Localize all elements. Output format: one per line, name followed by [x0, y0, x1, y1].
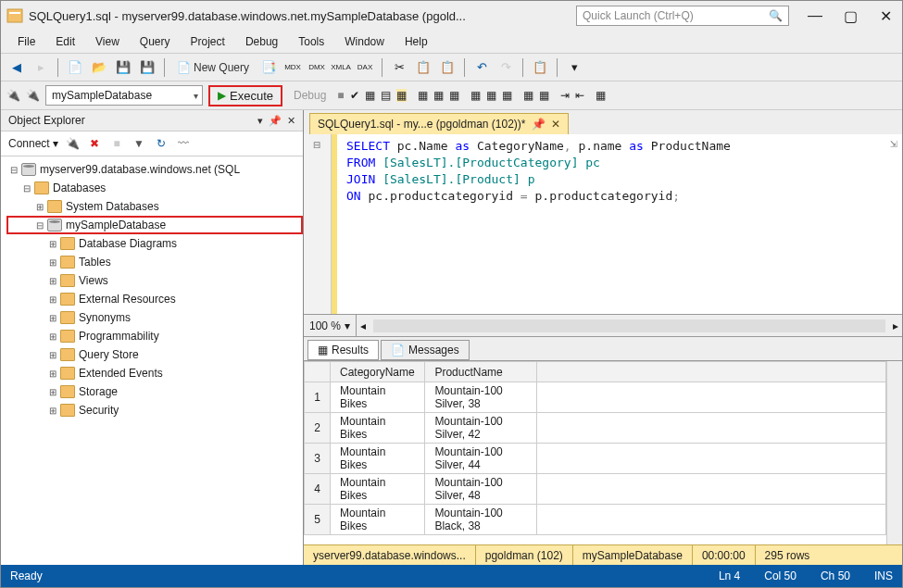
- menu-window[interactable]: Window: [335, 33, 394, 50]
- redo-button[interactable]: ↷: [495, 57, 516, 78]
- results-grid-button[interactable]: ▦: [470, 89, 481, 102]
- disconnect-icon[interactable]: ✖: [86, 135, 103, 152]
- databases-node[interactable]: ⊟Databases: [8, 179, 303, 197]
- save-button[interactable]: 💾: [113, 57, 133, 78]
- undo-button[interactable]: ↶: [471, 57, 492, 78]
- menu-project[interactable]: Project: [182, 33, 234, 50]
- xmla-query-button[interactable]: XMLA: [331, 57, 351, 78]
- menu-help[interactable]: Help: [395, 33, 437, 50]
- server-node[interactable]: ⊟myserver99.database.windows.net (SQL: [8, 160, 303, 179]
- col-productname[interactable]: ProductName: [425, 362, 537, 382]
- storage-node[interactable]: ⊞Storage: [8, 382, 303, 401]
- zoom-selector[interactable]: 100 %▾: [304, 315, 357, 336]
- parse-button[interactable]: ✔: [350, 89, 359, 102]
- filter-icon[interactable]: ▼: [131, 135, 147, 152]
- external-resources-node[interactable]: ⊞External Resources: [8, 290, 303, 308]
- security-node[interactable]: ⊞Security: [8, 401, 303, 419]
- open-button[interactable]: 📂: [89, 57, 109, 78]
- dmx-query-button[interactable]: DMX: [307, 57, 327, 78]
- sql-editor[interactable]: ⊟ SELECT pc.Name as CategoryName, p.name…: [304, 134, 902, 315]
- change-connection-button[interactable]: 🔌: [6, 89, 20, 102]
- paste-button[interactable]: 📋: [437, 57, 458, 78]
- query-store-node[interactable]: ⊞Query Store: [8, 345, 303, 364]
- panel-pin-icon[interactable]: 📌: [269, 115, 282, 127]
- stop-button[interactable]: ■: [337, 89, 344, 102]
- indent-button[interactable]: ⇥: [560, 89, 570, 102]
- solution-dropdown[interactable]: ▾: [564, 57, 584, 78]
- programmability-node[interactable]: ⊞Programmability: [8, 327, 303, 345]
- horizontal-scrollbar[interactable]: [373, 319, 885, 332]
- results-vertical-scrollbar[interactable]: [886, 361, 902, 544]
- maximize-button[interactable]: ▢: [839, 5, 861, 27]
- properties-button[interactable]: 📋: [530, 57, 550, 78]
- system-databases-node[interactable]: ⊞System Databases: [8, 197, 303, 216]
- menu-edit[interactable]: Edit: [46, 33, 84, 50]
- grid-icon: ▦: [318, 344, 328, 357]
- save-all-button[interactable]: 💾: [137, 57, 157, 78]
- outdent-button[interactable]: ⇤: [575, 89, 584, 102]
- minimize-button[interactable]: —: [804, 5, 826, 27]
- tab-close-icon[interactable]: ✕: [551, 118, 560, 131]
- menu-debug[interactable]: Debug: [236, 33, 287, 50]
- actual-plan-button[interactable]: ▦: [418, 89, 428, 102]
- synonyms-node[interactable]: ⊞Synonyms: [8, 308, 303, 327]
- mysampledatabase-node[interactable]: ⊟mySampleDatabase: [6, 216, 303, 234]
- stop-icon[interactable]: ■: [108, 135, 125, 152]
- intellisense-button[interactable]: ▦: [396, 89, 407, 102]
- comment-button[interactable]: ▦: [523, 89, 533, 102]
- mdx-query-button[interactable]: MDX: [282, 57, 303, 78]
- col-categoryname[interactable]: CategoryName: [331, 362, 425, 382]
- close-button[interactable]: ✕: [874, 5, 897, 27]
- connect-icon[interactable]: 🔌: [64, 135, 81, 152]
- search-icon: 🔍: [769, 9, 783, 22]
- debug-button[interactable]: Debug: [288, 87, 332, 104]
- specify-values-button[interactable]: ▦: [596, 89, 606, 102]
- connect-dropdown[interactable]: Connect ▾: [8, 137, 58, 150]
- disconnect-button[interactable]: 🔌: [26, 89, 40, 102]
- extended-events-node[interactable]: ⊞Extended Events: [8, 364, 303, 382]
- tables-node[interactable]: ⊞Tables: [8, 253, 303, 271]
- uncomment-button[interactable]: ▦: [539, 89, 549, 102]
- menu-tools[interactable]: Tools: [289, 33, 333, 50]
- folder-icon: [60, 367, 75, 380]
- status-line: Ln 4: [719, 569, 740, 582]
- new-project-button[interactable]: 📄: [65, 57, 85, 78]
- quick-launch-input[interactable]: Quick Launch (Ctrl+Q) 🔍: [576, 6, 789, 26]
- menu-view[interactable]: View: [86, 33, 129, 50]
- svg-rect-1: [9, 12, 20, 14]
- nav-fwd-button[interactable]: ▸: [31, 57, 51, 78]
- menu-file[interactable]: File: [8, 33, 44, 50]
- new-query-button[interactable]: 📄 New Query: [171, 61, 255, 74]
- activity-icon[interactable]: 〰: [175, 135, 192, 152]
- scroll-left-button[interactable]: ◂: [357, 319, 370, 332]
- estimated-plan-button[interactable]: ▦: [365, 89, 375, 102]
- query-options-button[interactable]: ▤: [381, 89, 391, 102]
- results-tab[interactable]: ▦Results: [307, 340, 379, 360]
- object-explorer-title: Object Explorer ▾ 📌 ✕: [1, 110, 303, 131]
- panel-dropdown-icon[interactable]: ▾: [257, 115, 263, 127]
- editor-tab[interactable]: SQLQuery1.sql - my...e (pgoldman (102))*…: [309, 113, 569, 134]
- database-selector[interactable]: mySampleDatabase: [45, 85, 203, 106]
- tab-pin-icon[interactable]: 📌: [532, 118, 546, 131]
- cut-button[interactable]: ✂: [389, 57, 409, 78]
- copy-button[interactable]: 📋: [413, 57, 433, 78]
- scroll-right-button[interactable]: ▸: [889, 319, 902, 332]
- messages-tab[interactable]: 📄Messages: [381, 340, 470, 360]
- object-tree[interactable]: ⊟myserver99.database.windows.net (SQL ⊟D…: [1, 156, 303, 565]
- split-icon[interactable]: ⇲: [885, 134, 902, 314]
- panel-close-icon[interactable]: ✕: [287, 115, 295, 127]
- nav-back-button[interactable]: ◀: [6, 57, 27, 78]
- results-file-button[interactable]: ▦: [502, 89, 512, 102]
- results-grid[interactable]: CategoryNameProductName 1Mountain BikesM…: [304, 361, 886, 544]
- views-node[interactable]: ⊞Views: [8, 271, 303, 290]
- engine-query-button[interactable]: 📑: [258, 57, 279, 78]
- outline-collapse-icon[interactable]: ⊟: [314, 138, 321, 152]
- results-text-button[interactable]: ▦: [486, 89, 496, 102]
- execute-button[interactable]: ▶Execute: [208, 85, 282, 106]
- client-stats-button[interactable]: ▦: [449, 89, 459, 102]
- dax-query-button[interactable]: DAX: [355, 57, 375, 78]
- db-diagrams-node[interactable]: ⊞Database Diagrams: [8, 234, 303, 253]
- live-stats-button[interactable]: ▦: [433, 89, 444, 102]
- refresh-icon[interactable]: ↻: [153, 135, 169, 152]
- menu-query[interactable]: Query: [131, 33, 180, 50]
